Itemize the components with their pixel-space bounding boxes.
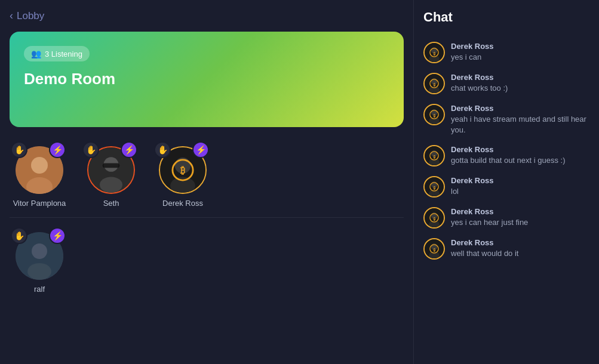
svg-text:₿: ₿	[433, 217, 435, 221]
lightning-icon-seth: ⚡	[121, 141, 137, 158]
svg-point-27	[429, 117, 440, 124]
svg-text:₿: ₿	[433, 186, 435, 190]
listening-badge: 👥 3 Listening	[24, 46, 90, 61]
svg-point-47	[429, 252, 440, 259]
chat-panel: Chat ₿ Derek Ross yes i can	[414, 0, 599, 364]
chat-content: Derek Ross yes i can hear just fine	[451, 207, 589, 228]
svg-text:₿: ₿	[433, 248, 435, 252]
participant-name-ralf: ralf	[34, 285, 45, 294]
chat-content: Derek Ross gotta build that out next i g…	[451, 145, 589, 166]
listening-count: 3 Listening	[45, 50, 82, 58]
chat-content: Derek Ross chat works too :)	[451, 73, 589, 94]
chat-text: yes i can	[451, 52, 589, 63]
chat-text: yeah i have stream muted and still hear …	[451, 114, 589, 135]
participant-ralf[interactable]: ✋ ⚡ ralf	[10, 232, 69, 294]
chat-avatar: ₿	[423, 104, 445, 125]
participant-seth[interactable]: ✋ ⚡ Seth	[81, 146, 141, 208]
chat-sender: Derek Ross	[451, 42, 589, 51]
chat-content: Derek Ross yes i can	[451, 42, 589, 63]
chat-sender: Derek Ross	[451, 176, 589, 185]
svg-point-14	[27, 263, 51, 280]
hand-icon-ralf: ✋	[11, 227, 27, 244]
svg-rect-6	[103, 164, 120, 168]
chat-title: Chat	[423, 10, 589, 30]
chat-text: well that would do it	[451, 248, 589, 259]
hand-icon-derek: ✋	[154, 141, 171, 158]
svg-point-32	[429, 159, 440, 166]
participants-row-1: ✋ ⚡ Vitor Pamplona ✋ ⚡ Seth	[10, 141, 404, 212]
svg-point-1	[31, 157, 48, 174]
chat-avatar: ₿	[423, 73, 445, 94]
back-icon: ‹	[10, 10, 13, 22]
chat-sender: Derek Ross	[451, 73, 589, 82]
chat-avatar: ₿	[423, 238, 445, 260]
chat-message: ₿ Derek Ross gotta build that out next i…	[423, 145, 589, 166]
chat-text: chat works too :)	[451, 83, 589, 94]
chat-sender: Derek Ross	[451, 104, 589, 113]
svg-point-13	[32, 243, 47, 259]
participant-name-vitor: Vitor Pamplona	[13, 199, 66, 208]
avatar-wrapper-ralf: ✋ ⚡	[16, 232, 63, 280]
participant-name-seth: Seth	[103, 199, 119, 208]
participant-vitor[interactable]: ✋ ⚡ Vitor Pamplona	[10, 146, 69, 208]
svg-text:₿: ₿	[433, 113, 435, 118]
svg-text:₿: ₿	[180, 165, 185, 175]
svg-text:₿: ₿	[433, 82, 435, 87]
main-content: ‹ Lobby 👥 3 Listening Demo Room ✋ ⚡	[0, 0, 414, 364]
participants-row-2: ✋ ⚡ ralf	[10, 227, 404, 298]
hand-icon-vitor: ✋	[11, 141, 27, 158]
chat-sender: Derek Ross	[451, 238, 589, 247]
chat-sender: Derek Ross	[451, 145, 589, 154]
chat-text: gotta build that out next i guess :)	[451, 155, 589, 166]
chat-message: ₿ Derek Ross yes i can hear just fine	[423, 207, 589, 229]
chat-message: ₿ Derek Ross yes i can	[423, 42, 589, 63]
divider	[10, 217, 404, 218]
listening-icon: 👥	[31, 49, 41, 58]
lightning-icon-derek: ⚡	[192, 141, 209, 158]
avatar-wrapper-vitor: ✋ ⚡	[16, 146, 63, 194]
chat-avatar: ₿	[423, 176, 445, 198]
chat-message: ₿ Derek Ross chat works too :)	[423, 73, 589, 94]
svg-point-42	[429, 221, 440, 228]
chat-avatar: ₿	[423, 42, 445, 63]
lobby-label: Lobby	[17, 10, 44, 22]
svg-text:₿: ₿	[433, 51, 435, 55]
hand-icon-seth: ✋	[82, 141, 99, 158]
participant-derek[interactable]: ₿ ✋ ⚡ Derek Ross	[153, 146, 213, 208]
chat-content: Derek Ross yeah i have stream muted and …	[451, 104, 589, 135]
chat-message: ₿ Derek Ross yeah i have stream muted an…	[423, 104, 589, 135]
avatar-wrapper-seth: ✋ ⚡	[87, 146, 135, 194]
chat-message: ₿ Derek Ross well that would do it	[423, 238, 589, 260]
chat-message: ₿ Derek Ross lol	[423, 176, 589, 198]
chat-content: Derek Ross lol	[451, 176, 589, 197]
lightning-icon-vitor: ⚡	[49, 141, 66, 158]
lightning-icon-ralf: ⚡	[49, 227, 66, 244]
avatar-wrapper-derek: ₿ ✋ ⚡	[159, 146, 207, 194]
room-card: 👥 3 Listening Demo Room	[10, 32, 404, 127]
participant-name-derek: Derek Ross	[162, 199, 203, 208]
chat-messages: ₿ Derek Ross yes i can ₿ Derek Ross chat	[423, 42, 589, 354]
svg-point-37	[429, 190, 440, 197]
chat-text: yes i can hear just fine	[451, 217, 589, 228]
back-nav[interactable]: ‹ Lobby	[10, 10, 404, 22]
chat-avatar: ₿	[423, 207, 445, 229]
chat-avatar: ₿	[423, 145, 445, 166]
svg-point-17	[429, 55, 440, 62]
svg-text:₿: ₿	[433, 155, 435, 159]
chat-text: lol	[451, 186, 589, 197]
svg-point-5	[100, 177, 122, 193]
room-name: Demo Room	[24, 70, 389, 88]
chat-content: Derek Ross well that would do it	[451, 238, 589, 259]
chat-sender: Derek Ross	[451, 207, 589, 216]
svg-point-22	[429, 86, 440, 93]
